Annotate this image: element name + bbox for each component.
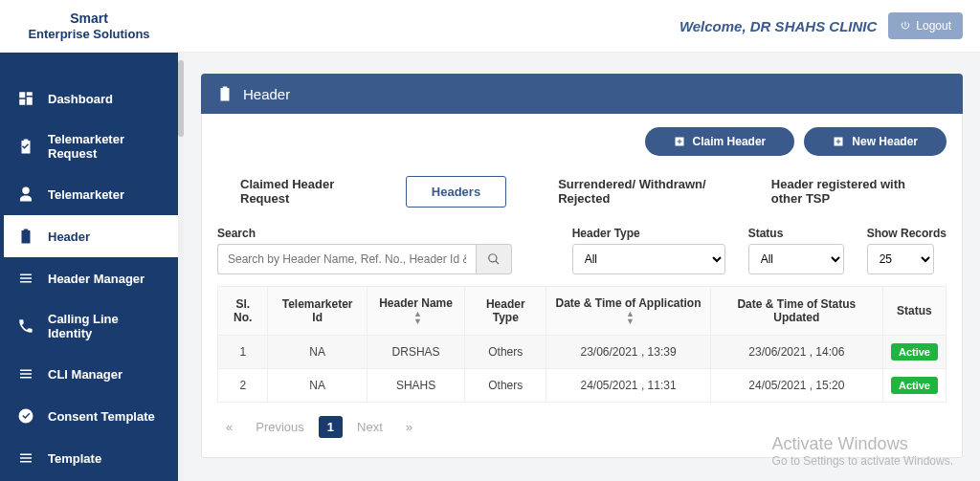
sidebar-item-header[interactable]: Header bbox=[0, 215, 178, 257]
th-dapp[interactable]: Date & Time of Application▲▼ bbox=[546, 287, 711, 336]
brand: Smart Enterprise Solutions bbox=[0, 11, 178, 41]
list-icon bbox=[17, 449, 34, 467]
search-label: Search bbox=[217, 227, 512, 240]
sidebar-item-label: Header Manager bbox=[48, 272, 145, 286]
table-row: 2 NA SHAHS Others 24/05/2021 , 11:31 24/… bbox=[218, 369, 947, 403]
cell-htype: Others bbox=[465, 369, 546, 403]
tab-other-tsp[interactable]: Header registered with other TSP bbox=[768, 169, 927, 213]
cell-htype: Others bbox=[465, 336, 546, 369]
list-icon bbox=[17, 365, 34, 383]
cell-tmid: NA bbox=[268, 336, 367, 369]
tab-claimed[interactable]: Claimed Header Request bbox=[236, 169, 358, 213]
header-type-label: Header Type bbox=[572, 227, 725, 240]
status-select[interactable]: All bbox=[748, 244, 844, 274]
sidebar-item-label: Telemarketer bbox=[48, 187, 124, 202]
clipboard-icon bbox=[216, 85, 234, 102]
sidebar-item-label: Header bbox=[48, 230, 90, 244]
new-header-label: New Header bbox=[852, 135, 918, 148]
status-label: Status bbox=[748, 227, 844, 240]
header-type-select[interactable]: All bbox=[572, 244, 725, 274]
sidebar-item-label: CLI Manager bbox=[48, 367, 122, 382]
plus-box-icon bbox=[674, 136, 685, 147]
tab-headers[interactable]: Headers bbox=[406, 176, 506, 208]
pager-last[interactable]: » bbox=[397, 416, 421, 438]
sort-icon: ▲▼ bbox=[626, 310, 635, 325]
new-header-button[interactable]: New Header bbox=[804, 127, 947, 156]
search-icon bbox=[487, 252, 501, 266]
th-htype[interactable]: Header Type bbox=[465, 287, 546, 336]
pager-current[interactable]: 1 bbox=[319, 416, 343, 438]
show-records-select[interactable]: 25 bbox=[867, 244, 934, 274]
plus-box-icon bbox=[833, 136, 844, 147]
sidebar-item-cli-manager[interactable]: CLI Manager bbox=[0, 353, 178, 395]
sidebar-scrollbar[interactable] bbox=[178, 53, 184, 481]
show-records-label: Show Records bbox=[867, 227, 947, 240]
list-icon bbox=[17, 270, 34, 287]
sidebar-item-label: Template bbox=[48, 451, 101, 466]
cell-hname: DRSHAS bbox=[367, 336, 465, 369]
search-button[interactable] bbox=[476, 244, 512, 274]
cell-dupd: 24/05/2021 , 15:20 bbox=[710, 369, 882, 403]
pager-next[interactable]: Next bbox=[348, 416, 391, 438]
dashboard-icon bbox=[17, 90, 34, 107]
panel-header: Header bbox=[201, 74, 963, 114]
status-badge: Active bbox=[891, 343, 938, 361]
tab-surrendered[interactable]: Surrendered/ Withdrawn/ Rejected bbox=[554, 169, 720, 213]
watermark-sub: Go to Settings to activate Windows. bbox=[772, 454, 953, 468]
headers-table: Sl. No. Telemarketer Id Header Name▲▼ He… bbox=[217, 286, 947, 403]
logout-button[interactable]: Logout bbox=[888, 12, 963, 39]
welcome-text: Welcome, DR SHAHS CLINIC bbox=[679, 18, 877, 34]
table-row: 1 NA DRSHAS Others 23/06/2021 , 13:39 23… bbox=[218, 336, 947, 369]
sidebar-item-header-manager[interactable]: Header Manager bbox=[0, 257, 178, 299]
sidebar-item-telemarketer-request[interactable]: Telemarketer Request bbox=[0, 120, 178, 173]
clipboard-icon bbox=[17, 228, 34, 245]
sidebar-item-dashboard[interactable]: Dashboard bbox=[0, 77, 178, 120]
pager-prev[interactable]: Previous bbox=[247, 416, 313, 438]
sort-icon: ▲▼ bbox=[413, 310, 422, 325]
watermark-title: Activate Windows bbox=[772, 434, 953, 454]
sidebar-item-label: Calling Line Identity bbox=[48, 312, 161, 340]
cell-status: Active bbox=[882, 336, 946, 369]
search-input[interactable] bbox=[217, 244, 476, 274]
user-icon bbox=[17, 186, 34, 203]
sidebar-item-consent[interactable]: Consent Template bbox=[0, 395, 178, 437]
cell-tmid: NA bbox=[268, 369, 367, 403]
sidebar-item-label: Telemarketer Request bbox=[48, 132, 161, 161]
logout-label: Logout bbox=[916, 19, 951, 33]
cell-slno: 1 bbox=[218, 336, 268, 369]
cell-dapp: 23/06/2021 , 13:39 bbox=[546, 336, 711, 369]
phone-icon bbox=[17, 317, 34, 335]
cell-dupd: 23/06/2021 , 14:06 bbox=[710, 336, 882, 369]
status-badge: Active bbox=[891, 377, 938, 394]
brand-line2: Enterprise Solutions bbox=[0, 27, 178, 42]
windows-watermark: Activate Windows Go to Settings to activ… bbox=[772, 434, 953, 468]
brand-line1: Smart bbox=[0, 11, 178, 27]
th-dupd[interactable]: Date & Time of Status Updated bbox=[710, 287, 882, 336]
content: Header Claim Header New Header Claimed H… bbox=[178, 53, 980, 481]
sidebar-item-cli[interactable]: Calling Line Identity bbox=[0, 299, 178, 353]
th-status[interactable]: Status bbox=[882, 287, 946, 336]
tabs: Claimed Header Request Headers Surrender… bbox=[217, 169, 947, 227]
th-tmid[interactable]: Telemarketer Id bbox=[268, 287, 367, 336]
th-slno[interactable]: Sl. No. bbox=[218, 287, 268, 336]
power-icon bbox=[900, 20, 911, 32]
th-hname[interactable]: Header Name▲▼ bbox=[367, 287, 465, 336]
sidebar: Dashboard Telemarketer Request Telemarke… bbox=[0, 53, 178, 481]
panel-title: Header bbox=[243, 86, 290, 102]
claim-header-button[interactable]: Claim Header bbox=[645, 127, 795, 156]
check-circle-icon bbox=[17, 407, 34, 425]
pager-first[interactable]: « bbox=[217, 416, 241, 438]
sidebar-item-template[interactable]: Template bbox=[0, 437, 178, 479]
clipboard-check-icon bbox=[17, 138, 34, 155]
sidebar-item-label: Consent Template bbox=[48, 409, 155, 424]
topbar: Smart Enterprise Solutions Welcome, DR S… bbox=[0, 0, 980, 53]
cell-slno: 2 bbox=[218, 369, 268, 403]
claim-header-label: Claim Header bbox=[693, 135, 767, 148]
cell-status: Active bbox=[882, 369, 946, 403]
cell-dapp: 24/05/2021 , 11:31 bbox=[546, 369, 711, 403]
sidebar-item-label: Dashboard bbox=[48, 92, 113, 106]
sidebar-item-telemarketer[interactable]: Telemarketer bbox=[0, 173, 178, 215]
cell-hname: SHAHS bbox=[367, 369, 465, 403]
